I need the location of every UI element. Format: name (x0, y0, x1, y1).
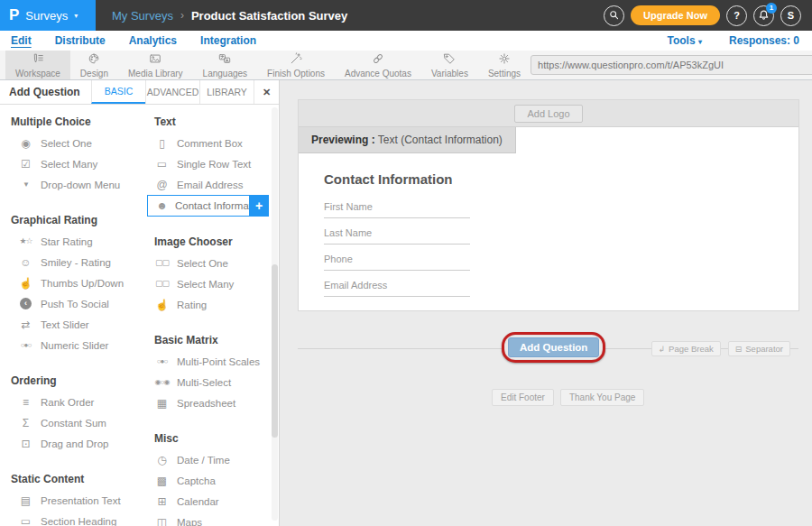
notifications-button[interactable]: 1 (753, 5, 774, 26)
section-heading: Static Content (0, 466, 143, 490)
first-name-field[interactable]: First Name (324, 200, 470, 218)
qt-rank-order[interactable]: ≡Rank Order (0, 392, 143, 412)
toolbar-finish-options[interactable]: Finish Options (257, 51, 335, 79)
image-multi-icon: ▢▢ (154, 280, 170, 288)
qt-single-row-text[interactable]: ▭Single Row Text (143, 153, 279, 174)
toolbar-settings[interactable]: Settings (478, 51, 531, 79)
qt-multi-point-scales[interactable]: ○●○Multi-Point Scales (143, 351, 279, 372)
survey-url-input[interactable] (538, 60, 811, 70)
red-highlight-annotation: Add Question (502, 332, 605, 363)
help-button[interactable]: ? (726, 5, 747, 26)
email-address-field[interactable]: Email Address (324, 279, 470, 297)
survey-canvas: Add Logo Previewing : Text (Contact Info… (280, 80, 812, 526)
section-heading-icon: ▭ (18, 516, 33, 526)
nav-right: Tools ▾ Responses: 0 (668, 34, 800, 47)
qt-select-many[interactable]: ☑Select Many (0, 153, 143, 174)
breadcrumb-my-surveys[interactable]: My Surveys (112, 9, 173, 23)
dropdown-icon: ▼ (18, 181, 33, 189)
toolbar-workspace[interactable]: Workspace (5, 51, 70, 79)
panel-scrollbar-thumb[interactable] (272, 264, 278, 438)
avatar[interactable]: S (780, 5, 801, 26)
toolbar-media-library[interactable]: Media Library (118, 51, 193, 79)
person-icon: ☻ (154, 200, 170, 211)
search-button[interactable] (604, 5, 624, 26)
upgrade-now-button[interactable]: Upgrade Now (631, 5, 720, 25)
close-icon[interactable]: ✕ (254, 80, 279, 104)
panel-body: Multiple Choice ◉Select One ☑Select Many… (0, 105, 279, 526)
qt-date-time[interactable]: ◷Date / Time (143, 449, 279, 470)
thank-you-page-button[interactable]: Thank You Page (560, 389, 644, 406)
qt-contact-information[interactable]: ☻Contact Information+ (147, 195, 269, 217)
presentation-icon: ▤ (18, 495, 33, 506)
toolbar-design[interactable]: Design (70, 51, 118, 79)
edit-footer-button[interactable]: Edit Footer (492, 389, 554, 406)
separator-button[interactable]: ⊟Separator (728, 341, 790, 356)
qt-text-slider[interactable]: ⇄Text Slider (0, 314, 143, 335)
tab-distribute[interactable]: Distribute (55, 34, 106, 47)
question-types-column-2: Text ▯Comment Box ▭Single Row Text @Emai… (143, 108, 279, 526)
magic-wand-icon (290, 52, 302, 68)
phone-field[interactable]: Phone (324, 253, 470, 271)
qt-image-select-one[interactable]: ▢▢Select One (143, 253, 279, 273)
qt-drop-down-menu[interactable]: ▼Drop-down Menu (0, 174, 143, 195)
toolbar-languages[interactable]: Languages (193, 51, 258, 79)
notification-badge: 1 (766, 3, 777, 14)
canvas-utility-buttons: ↲Page Break ⊟Separator (651, 341, 790, 356)
section-heading: Multiple Choice (0, 108, 143, 133)
qt-comment-box[interactable]: ▯Comment Box (143, 133, 279, 153)
search-icon (608, 9, 620, 23)
last-name-field[interactable]: Last Name (324, 226, 470, 245)
qt-select-one[interactable]: ◉Select One (0, 133, 143, 153)
qt-numeric-slider[interactable]: ○●○Numeric Slider (0, 335, 143, 355)
calendar-icon: ⊞ (154, 496, 170, 507)
qt-captcha[interactable]: ▩Captcha (143, 470, 279, 491)
section-graphical-rating: Graphical Rating ★☆Star Rating ☺Smiley -… (0, 207, 143, 355)
qt-push-to-social[interactable]: ‹Push To Social (0, 293, 143, 314)
qt-smiley-rating[interactable]: ☺Smiley - Rating (0, 252, 143, 272)
product-menu-label: Surveys (25, 9, 68, 23)
workspace-toolbar: Workspace Design Media Library Languages… (0, 51, 812, 80)
tab-edit[interactable]: Edit (11, 34, 32, 47)
radio-icon: ◉ (18, 138, 33, 149)
page-break-button[interactable]: ↲Page Break (651, 341, 721, 356)
toolbar-advance-quotas[interactable]: Advance Quotas (335, 51, 421, 79)
qt-presentation-text[interactable]: ▤Presentation Text (0, 490, 143, 511)
stars-icon: ★☆ (18, 237, 33, 245)
add-question-button[interactable]: Add Question (508, 337, 599, 357)
product-menu[interactable]: P Surveys ▾ (0, 0, 96, 31)
drag-icon: ⊡ (18, 438, 33, 449)
section-text: Text ▯Comment Box ▭Single Row Text @Emai… (143, 108, 279, 217)
responses-count[interactable]: Responses: 0 (729, 34, 799, 47)
tools-menu[interactable]: Tools ▾ (668, 34, 702, 47)
section-heading: Basic Matrix (143, 327, 279, 351)
qt-constant-sum[interactable]: ΣConstant Sum (0, 412, 143, 433)
tab-library[interactable]: LIBRARY (199, 80, 254, 104)
qt-star-rating[interactable]: ★☆Star Rating (0, 231, 143, 252)
tab-analytics[interactable]: Analytics (129, 34, 177, 47)
section-static-content: Static Content ▤Presentation Text ▭Secti… (0, 466, 143, 526)
qt-thumbs-up-down[interactable]: ☝Thumbs Up/Down (0, 272, 143, 293)
separator-icon: ⊟ (735, 345, 743, 354)
add-contact-information-button[interactable]: + (249, 195, 269, 217)
survey-url-box[interactable] (531, 55, 812, 75)
qt-spreadsheet[interactable]: ▦Spreadsheet (143, 392, 279, 413)
qt-image-rating[interactable]: ☝Rating (143, 294, 279, 315)
qt-email-address[interactable]: @Email Address (143, 174, 279, 195)
qt-multi-select[interactable]: ◉○◉Multi-Select (143, 372, 279, 392)
section-image-chooser: Image Chooser ▢▢Select One ▢▢Select Many… (143, 228, 279, 315)
qt-maps[interactable]: ◫Maps (143, 512, 279, 526)
add-logo-button[interactable]: Add Logo (514, 105, 582, 123)
qt-calendar[interactable]: ⊞Calendar (143, 491, 279, 512)
tab-advanced[interactable]: ADVANCED (145, 80, 199, 104)
gear-icon (498, 52, 511, 68)
qt-section-heading[interactable]: ▭Section Heading (0, 511, 143, 526)
tab-basic[interactable]: BASIC (91, 80, 145, 104)
previewing-label: Previewing : (311, 134, 375, 146)
question-types-column-1: Multiple Choice ◉Select One ☑Select Many… (0, 108, 143, 526)
tab-integration[interactable]: Integration (200, 34, 256, 47)
qt-image-select-many[interactable]: ▢▢Select Many (143, 273, 279, 294)
section-heading: Image Chooser (143, 228, 279, 253)
tag-icon (443, 52, 456, 68)
qt-drag-and-drop[interactable]: ⊡Drag and Drop (0, 433, 143, 454)
toolbar-variables[interactable]: Variables (421, 51, 478, 79)
